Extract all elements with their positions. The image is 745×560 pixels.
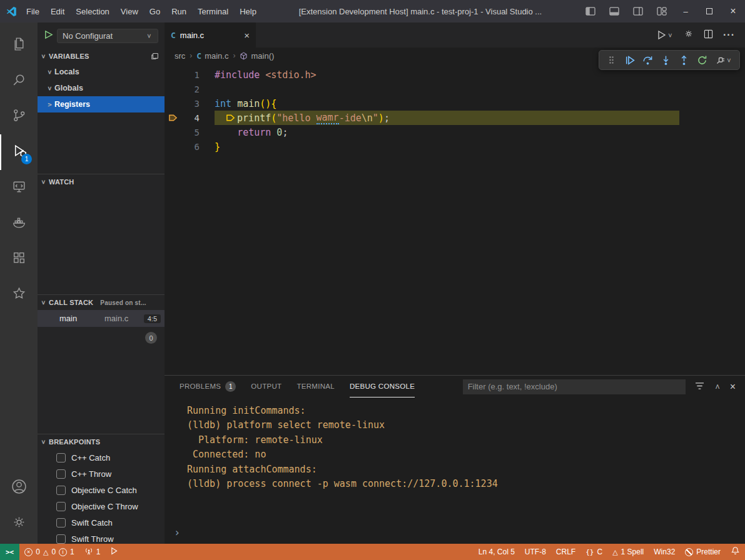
breakpoint-item[interactable]: Objective C Throw <box>38 498 165 514</box>
toggle-panel-icon[interactable] <box>602 0 626 22</box>
toggle-secondary-sidebar-icon[interactable] <box>626 0 650 22</box>
breadcrumb-item[interactable]: src <box>175 51 185 61</box>
restart-button[interactable] <box>694 52 711 68</box>
step-out-button[interactable] <box>676 52 692 68</box>
debug-console-filter-input[interactable] <box>463 379 686 394</box>
menu-go[interactable]: Go <box>144 4 166 19</box>
console-input-prompt[interactable]: › <box>174 526 180 539</box>
call-stack-header[interactable]: > CALL STACK Paused on st... <box>38 295 165 310</box>
breakpoint-checkbox[interactable] <box>56 534 66 544</box>
variables-header[interactable]: > VARIABLES <box>38 49 165 64</box>
debug-status-item[interactable] <box>105 544 123 560</box>
toggle-sidebar-icon[interactable] <box>579 0 602 22</box>
close-panel-icon[interactable]: × <box>730 381 736 392</box>
menu-edit[interactable]: Edit <box>45 4 70 19</box>
more-actions-icon[interactable]: ··· <box>723 29 735 41</box>
menu-terminal[interactable]: Terminal <box>192 4 234 19</box>
panel-tab-terminal[interactable]: TERMINAL <box>296 376 335 398</box>
formatter-indicator[interactable]: Prettier <box>680 544 726 560</box>
glyph-margin[interactable] <box>165 113 181 122</box>
panel-tab-problems[interactable]: PROBLEMS1 <box>180 376 236 398</box>
filter-icon[interactable] <box>695 381 704 392</box>
debug-configuration-select[interactable]: No Configurat > <box>57 29 158 43</box>
code-line[interactable]: 5 return 0; <box>165 125 745 139</box>
step-over-button[interactable] <box>639 52 656 68</box>
breakpoint-checkbox[interactable] <box>56 453 66 462</box>
cursor-position[interactable]: Ln 4, Col 5 <box>474 544 520 560</box>
menu-view[interactable]: View <box>115 4 144 19</box>
menu-file[interactable]: File <box>21 4 45 19</box>
split-editor-icon[interactable] <box>704 29 713 41</box>
panel-tab-debug-console[interactable]: DEBUG CONSOLE <box>350 376 415 398</box>
run-or-debug-icon[interactable]: > <box>657 30 674 40</box>
breakpoint-checkbox[interactable] <box>56 502 66 511</box>
sidebar-item-source-control[interactable] <box>0 99 38 134</box>
menu-selection[interactable]: Selection <box>70 4 114 19</box>
menu-help[interactable]: Help <box>234 4 262 19</box>
disconnect-button[interactable]: > <box>712 52 736 68</box>
sidebar-item-remote-explorer[interactable] <box>0 170 38 206</box>
close-button[interactable]: × <box>721 0 745 22</box>
close-tab-icon[interactable]: × <box>244 30 250 41</box>
session-count-badge: 0 <box>145 332 157 344</box>
settings-button[interactable] <box>0 506 38 541</box>
customize-layout-icon[interactable] <box>650 0 674 22</box>
code-line[interactable]: 4 printf("hello wamr-ide\n"); <box>165 111 745 125</box>
breadcrumb-item[interactable]: Cmain.c <box>196 51 228 61</box>
sidebar-item-search[interactable] <box>0 63 38 99</box>
sidebar-item-favorites[interactable] <box>0 277 38 312</box>
panel-tab-output[interactable]: OUTPUT <box>251 376 281 398</box>
chevron-down-icon: > <box>39 53 48 60</box>
breakpoint-checkbox[interactable] <box>56 469 66 479</box>
breakpoint-item[interactable]: Swift Catch <box>38 514 165 531</box>
code-token: -ide <box>339 112 362 124</box>
editor-settings-icon[interactable] <box>684 29 694 41</box>
code-line[interactable]: 3int main(){ <box>165 96 745 111</box>
menu-run[interactable]: Run <box>166 4 192 19</box>
breakpoint-checkbox[interactable] <box>56 486 66 495</box>
maximize-panel-icon[interactable]: > <box>712 383 722 390</box>
sidebar-item-explorer[interactable] <box>0 28 38 63</box>
variables-item-locals[interactable]: >Locals <box>38 64 165 80</box>
breakpoint-item[interactable]: Swift Throw <box>38 531 165 544</box>
breakpoint-item[interactable]: C++ Throw <box>38 466 165 482</box>
ports-indicator[interactable]: 1 <box>79 544 106 560</box>
sidebar-item-run-and-debug[interactable]: 1 <box>0 134 38 170</box>
breakpoint-item[interactable]: C++ Catch <box>38 449 165 466</box>
problems-indicator[interactable]: × 0 △ 0 i 1 <box>19 544 79 560</box>
sidebar-item-docker[interactable] <box>0 206 38 241</box>
breakpoint-checkbox[interactable] <box>56 518 66 528</box>
notifications-bell[interactable] <box>726 544 745 560</box>
remote-indicator[interactable]: >< <box>0 544 19 560</box>
code-line[interactable]: 2 <box>165 82 745 96</box>
spell-checker-indicator[interactable]: △ 1 Spell <box>607 544 649 560</box>
code-line[interactable]: 6} <box>165 139 745 154</box>
language-indicator[interactable]: {} C <box>580 544 607 560</box>
platform-indicator[interactable]: Win32 <box>649 544 680 560</box>
breadcrumb-item[interactable]: main() <box>240 51 274 61</box>
step-into-button[interactable] <box>657 52 674 68</box>
eol-indicator[interactable]: CRLF <box>551 544 580 560</box>
code-editor[interactable]: 1#include <stdio.h>23int main(){4 printf… <box>165 64 745 154</box>
start-debug-icon[interactable] <box>44 30 53 41</box>
watch-header[interactable]: > WATCH <box>38 174 165 189</box>
minimize-button[interactable]: – <box>674 0 697 22</box>
stack-frame-row[interactable]: main main.c 4:5 <box>38 310 165 327</box>
breakpoint-item[interactable]: Objective C Catch <box>38 482 165 498</box>
encoding-indicator[interactable]: UTF-8 <box>520 544 551 560</box>
drag-handle[interactable] <box>603 52 620 68</box>
sidebar-item-extensions[interactable] <box>0 241 38 277</box>
gear-icon <box>11 514 27 532</box>
maximize-button[interactable] <box>697 0 721 22</box>
variables-item-globals[interactable]: >Globals <box>38 80 165 96</box>
variables-item-registers[interactable]: >Registers <box>38 96 165 112</box>
tab-main-c[interactable]: C main.c × <box>165 22 256 48</box>
collapse-all-icon[interactable] <box>151 51 160 61</box>
continue-button[interactable] <box>621 52 638 68</box>
breakpoints-header[interactable]: > BREAKPOINTS <box>38 434 165 449</box>
accounts-button[interactable] <box>0 470 38 506</box>
panel-tab-label: DEBUG CONSOLE <box>350 382 415 390</box>
breakpoint-current-line-icon[interactable] <box>168 113 178 122</box>
bell-icon <box>731 546 740 558</box>
debug-console-output[interactable]: Running initCommands:(lldb) platform sel… <box>165 398 745 491</box>
